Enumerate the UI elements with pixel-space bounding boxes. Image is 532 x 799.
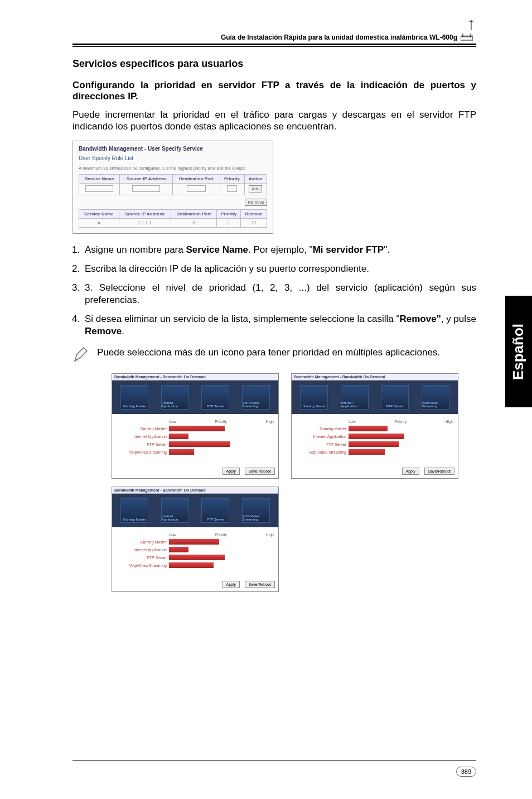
apply-button[interactable]: Apply	[402, 468, 420, 475]
router-icon	[461, 33, 473, 41]
bar-gaming	[169, 539, 219, 545]
bar-gaming	[169, 426, 225, 431]
save-reboot-button[interactable]: Save/Reboot	[245, 468, 275, 475]
bar-ftp	[169, 555, 225, 560]
pencil-icon	[72, 346, 89, 363]
cell-priority: 1	[217, 218, 241, 227]
mod-gaming[interactable]: Gaming Master	[120, 385, 148, 410]
col-dest-port: Destination Port	[173, 174, 220, 183]
thumb-title: Bandwidth Management - Bandwidth On Dema…	[112, 487, 278, 494]
subsection-heading: Configurando la prioridad en servidor FT…	[72, 80, 476, 102]
col-action: Action	[244, 174, 267, 183]
figure-user-specify-service: Bandwidth Management - User Specify Serv…	[72, 141, 273, 234]
section-heading: Servicios específicos para usuarios	[72, 58, 476, 70]
col-priority: Priority	[220, 174, 244, 183]
doc-header-title: Guía de Instalación Rápida para la unida…	[221, 33, 457, 41]
intro-paragraph: Puede incrementar la prioridad en el trá…	[72, 109, 476, 133]
mod-gaming[interactable]: Gaming Master	[300, 385, 328, 410]
step-1: Asigne un nombre para Service Name. Por …	[83, 244, 476, 256]
save-reboot-button[interactable]: Save/Reboot	[424, 468, 454, 475]
bar-internet	[169, 434, 188, 439]
col-service-name: Service Name	[79, 174, 120, 183]
mod-gaming[interactable]: Gaming Master	[120, 498, 148, 523]
input-priority[interactable]	[220, 183, 244, 195]
col2-remove: Remove	[241, 209, 267, 218]
cell-remove-checkbox[interactable]: ☐	[241, 218, 267, 227]
thumb-bandwidth-1: Bandwidth Management - Bandwidth On Dema…	[112, 373, 279, 479]
bar-gaming	[349, 426, 388, 431]
apply-button[interactable]: Apply	[223, 581, 240, 588]
col2-priority: Priority	[217, 209, 241, 218]
mod-voip[interactable]: VoIP/Video Streaming	[422, 385, 449, 410]
col2-service-name: Service Name	[79, 209, 119, 218]
thumb-title: Bandwidth Management - Bandwidth On Dema…	[292, 374, 458, 381]
cell-name: a	[79, 218, 119, 227]
cell-ip: 1.1.1.1	[119, 218, 171, 227]
figure-title: Bandwidth Management - User Specify Serv…	[79, 146, 267, 152]
bar-internet	[349, 434, 404, 439]
bar-internet	[169, 547, 188, 552]
col2-dest-port: Destination Port	[171, 209, 217, 218]
add-button[interactable]: Add	[244, 183, 267, 195]
bar-ftp	[169, 441, 230, 447]
remove-button[interactable]: Remove	[245, 199, 267, 206]
figure-note: A maximum 32 entries can be configured. …	[79, 166, 267, 171]
save-reboot-button[interactable]: Save/Reboot	[245, 581, 275, 588]
mod-ftp[interactable]: FTP Server	[201, 498, 229, 523]
thumb-bandwidth-3: Bandwidth Management - Bandwidth On Dema…	[291, 373, 458, 479]
input-dest-port[interactable]	[173, 183, 220, 195]
rule-list-table: Service Name Source IP Address Destinati…	[79, 209, 267, 228]
apply-button[interactable]: Apply	[223, 468, 240, 475]
antenna-icon	[467, 20, 475, 33]
step-2: Escriba la dirección IP de la aplicación…	[83, 263, 476, 275]
mod-voip[interactable]: VoIP/Video Streaming	[242, 498, 270, 523]
mod-internet[interactable]: Internet Application	[341, 385, 369, 410]
footer-rule	[72, 761, 476, 761]
note-text: Puede selecciona más de un icono para te…	[97, 346, 476, 359]
bar-voip	[169, 449, 194, 455]
bar-voip	[169, 562, 214, 568]
header-rule	[72, 44, 476, 47]
col2-source-ip: Source IP Address	[119, 209, 171, 218]
input-service-name[interactable]	[79, 183, 120, 195]
svg-rect-2	[461, 37, 473, 40]
step-4: Si desea eliminar un servicio de la list…	[83, 313, 476, 338]
cell-port: 2	[171, 218, 217, 227]
thumb-bandwidth-2: Bandwidth Management - Bandwidth On Dema…	[112, 487, 279, 592]
instruction-list: Asigne un nombre para Service Name. Por …	[83, 244, 476, 338]
bar-ftp	[349, 441, 399, 447]
mod-internet[interactable]: Internet Application	[161, 385, 189, 410]
figure-subtitle: User Specify Rule List	[79, 155, 267, 161]
bar-voip	[349, 449, 385, 455]
mod-ftp[interactable]: FTP Server	[201, 385, 229, 410]
mod-internet[interactable]: Internet Application	[161, 498, 189, 523]
rule-input-table: Service Name Source IP Address Destinati…	[79, 174, 267, 195]
thumb-title: Bandwidth Management - Bandwidth On Dema…	[112, 374, 278, 381]
mod-voip[interactable]: VoIP/Video Streaming	[242, 385, 270, 410]
mod-ftp[interactable]: FTP Server	[381, 385, 409, 410]
language-tab: Español	[505, 296, 532, 407]
input-source-ip[interactable]	[120, 183, 173, 195]
col-source-ip: Source IP Address	[120, 174, 173, 183]
page-number: 389	[456, 767, 476, 777]
step-3: 3. Seleccione el nivel de prioridad (1, …	[83, 282, 476, 306]
